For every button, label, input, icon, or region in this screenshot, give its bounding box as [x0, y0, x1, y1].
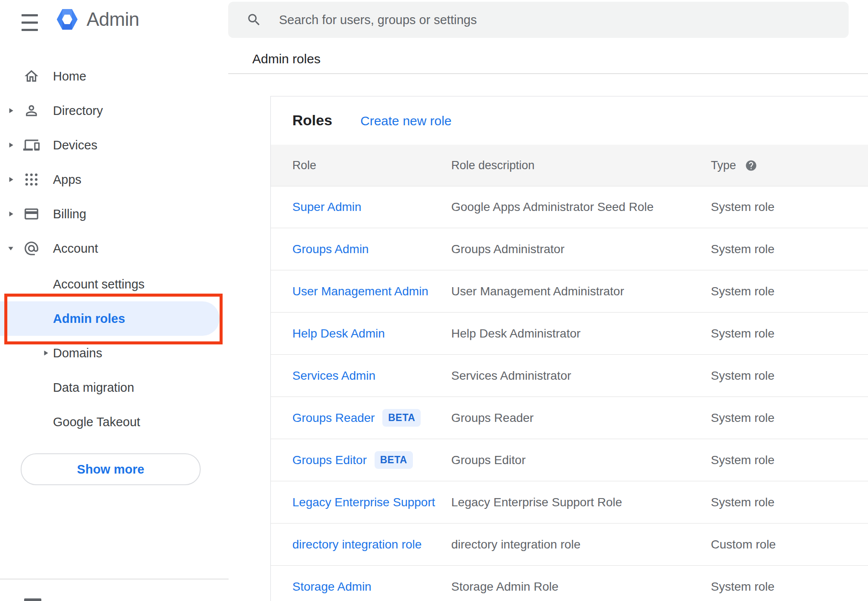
role-description: Groups Administrator	[451, 242, 564, 256]
sidebar-item-devices[interactable]: Devices	[0, 128, 229, 162]
show-more-button[interactable]: Show more	[21, 453, 201, 485]
role-link[interactable]: Help Desk Admin	[292, 327, 385, 341]
role-link[interactable]: Legacy Enterprise Support	[292, 496, 435, 509]
role-type: System role	[711, 580, 775, 594]
sidebar-item-domains[interactable]: Domains	[0, 336, 229, 370]
role-description: Google Apps Administrator Seed Role	[451, 200, 654, 214]
search-bar[interactable]	[228, 2, 849, 38]
role-link[interactable]: Groups Admin	[292, 242, 369, 256]
table-row: Groups Admin Groups Administrator System…	[271, 228, 868, 270]
header-divider	[228, 73, 868, 74]
table-header-row: Role Role description Type	[271, 145, 868, 186]
search-input[interactable]	[278, 12, 797, 28]
roles-table-body: Super Admin Google Apps Administrator Se…	[271, 186, 868, 601]
chevron-right-icon[interactable]	[7, 107, 14, 114]
column-header-description: Role description	[451, 159, 535, 172]
role-description: Help Desk Administrator	[451, 327, 580, 341]
card-title: Roles	[292, 112, 332, 129]
sidebar-item-admin-roles[interactable]: Admin roles	[0, 301, 229, 336]
sidebar-item-google-takeout[interactable]: Google Takeout	[0, 405, 229, 439]
role-description: Storage Admin Role	[451, 580, 558, 594]
role-type: System role	[711, 285, 775, 298]
column-header-role: Role	[292, 159, 316, 172]
table-row: Groups Editor BETA Groups Editor System …	[271, 439, 868, 481]
person-icon	[23, 102, 40, 119]
sidebar-item-data-migration[interactable]: Data migration	[0, 370, 229, 405]
role-link[interactable]: directory integration role	[292, 538, 422, 551]
logo-wordmark: Admin	[87, 9, 139, 30]
role-link[interactable]: User Management Admin	[292, 285, 428, 298]
sidebar-item-account[interactable]: Account	[0, 231, 229, 266]
role-description: Services Administrator	[451, 369, 571, 383]
table-row: Services Admin Services Administrator Sy…	[271, 355, 868, 397]
role-type: System role	[711, 369, 775, 383]
table-row: Super Admin Google Apps Administrator Se…	[271, 186, 868, 228]
role-description: Groups Reader	[451, 411, 533, 425]
create-new-role-link[interactable]: Create new role	[360, 114, 452, 128]
role-type: System role	[711, 453, 775, 467]
role-type: System role	[711, 496, 775, 509]
role-link[interactable]: Groups Reader	[292, 411, 375, 425]
search-icon	[246, 12, 262, 28]
hamburger-menu-icon[interactable]	[22, 14, 38, 32]
role-type: System role	[711, 242, 775, 256]
role-type: Custom role	[711, 538, 776, 551]
credit-card-icon	[23, 206, 40, 222]
at-sign-icon	[23, 240, 40, 257]
devices-icon	[23, 137, 40, 153]
role-link[interactable]: Services Admin	[292, 369, 375, 383]
column-header-type: Type	[711, 159, 757, 172]
chevron-right-icon[interactable]	[7, 142, 14, 149]
table-row: Help Desk Admin Help Desk Administrator …	[271, 313, 868, 355]
sidebar-item-account-settings[interactable]: Account settings	[0, 267, 229, 301]
role-description: User Management Administrator	[451, 285, 624, 298]
chevron-right-icon[interactable]	[42, 350, 49, 356]
help-icon[interactable]	[745, 159, 757, 172]
role-description: Legacy Enterprise Support Role	[451, 496, 622, 509]
sidebar-item-apps[interactable]: Apps	[0, 162, 229, 197]
sidebar-item-billing[interactable]: Billing	[0, 197, 229, 231]
role-type: System role	[711, 411, 775, 425]
role-link[interactable]: Super Admin	[292, 200, 361, 214]
chevron-down-icon[interactable]	[7, 245, 14, 252]
table-row: Legacy Enterprise Support Legacy Enterpr…	[271, 481, 868, 524]
table-row: User Management Admin User Management Ad…	[271, 270, 868, 313]
sidebar-item-directory[interactable]: Directory	[0, 93, 229, 128]
chevron-right-icon[interactable]	[7, 211, 14, 217]
breadcrumb: Admin roles	[252, 52, 320, 66]
table-row: Groups Reader BETA Groups Reader System …	[271, 397, 868, 439]
apps-grid-icon	[23, 171, 40, 188]
chevron-right-icon[interactable]	[7, 176, 14, 183]
google-admin-logo	[55, 7, 79, 34]
role-link[interactable]: Storage Admin	[292, 580, 372, 594]
sidebar-item-home[interactable]: Home	[0, 59, 229, 93]
table-row: directory integration role directory int…	[271, 524, 868, 566]
clipped-bottom-icon	[24, 598, 41, 601]
role-type: System role	[711, 200, 775, 214]
roles-card: Roles Create new role Role Role descript…	[270, 96, 868, 601]
role-description: Groups Editor	[451, 453, 526, 467]
sidebar-divider	[0, 579, 229, 579]
beta-badge: BETA	[382, 409, 421, 427]
role-description: directory integration role	[451, 538, 580, 551]
role-type: System role	[711, 327, 775, 341]
beta-badge: BETA	[375, 451, 413, 469]
role-link[interactable]: Groups Editor	[292, 453, 367, 467]
home-icon	[23, 68, 40, 84]
table-row: Storage Admin Storage Admin Role System …	[271, 566, 868, 601]
